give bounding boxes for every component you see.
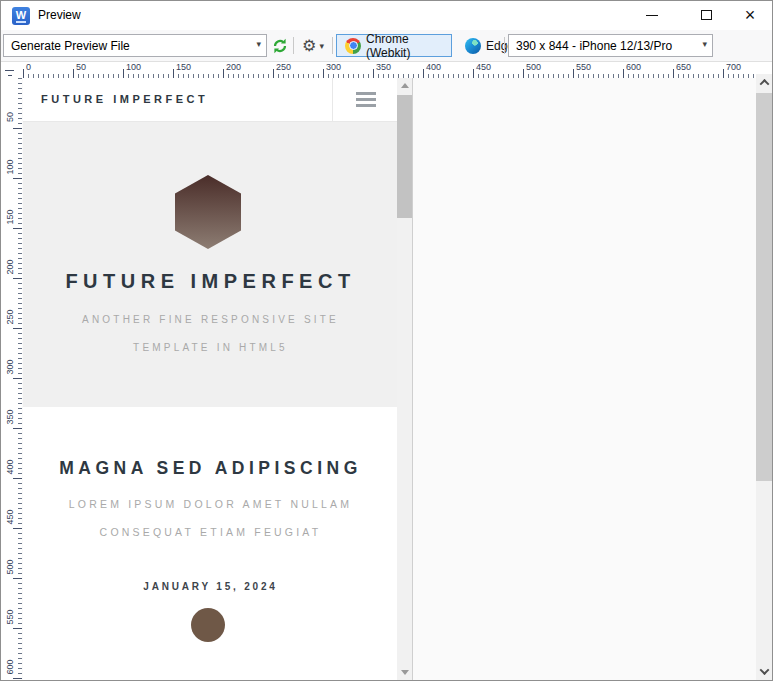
page-scrollbar-thumb[interactable] — [397, 95, 412, 218]
post-section: MAGNA SED ADIPISCING LOREM IPSUM DOLOR A… — [23, 407, 398, 680]
hamburger-icon — [356, 92, 376, 95]
ruler-corner — [1, 62, 22, 78]
chrome-webkit-button[interactable]: Chrome (Webkit) — [336, 34, 452, 57]
site-tagline-line2: TEMPLATE IN HTML5 — [23, 342, 398, 353]
menu-button[interactable] — [332, 78, 398, 121]
device-size-value: 390 x 844 - iPhone 12/13/Pro — [516, 39, 672, 53]
post-subtitle-line2: CONSEQUAT ETIAM FEUGIAT — [23, 526, 398, 538]
minimize-button[interactable] — [633, 3, 671, 27]
chevron-down-icon: ▾ — [319, 41, 324, 51]
scroll-up-arrow[interactable] — [397, 78, 412, 93]
window-scrollbar-thumb[interactable] — [756, 93, 772, 481]
device-viewport: FUTURE IMPERFECT FUTURE IMPERFECT ANOTHE… — [23, 78, 413, 680]
toolbar: Generate Preview File ▾ ⚙ ▾ Chrome (Webk… — [1, 30, 772, 62]
chevron-down-icon: ▾ — [702, 39, 707, 49]
refresh-icon — [271, 37, 289, 55]
site-tagline-line1: ANOTHER FINE RESPONSIVE SITE — [23, 314, 398, 325]
generate-preview-combo[interactable]: Generate Preview File ▾ — [3, 34, 267, 57]
horizontal-ruler: 0501001502002503003504004505005506006507… — [1, 62, 772, 78]
triangle-up-icon — [401, 79, 409, 88]
edge-logo-icon — [465, 38, 481, 54]
maximize-icon — [701, 10, 712, 20]
hexagon-logo — [175, 175, 241, 249]
toolbar-separator — [332, 37, 333, 54]
site-brand: FUTURE IMPERFECT — [41, 93, 208, 105]
post-date: JANUARY 15, 2024 — [23, 581, 398, 592]
device-size-combo[interactable]: 390 x 844 - iPhone 12/13/Pro ▾ — [508, 34, 713, 57]
settings-button[interactable]: ⚙ ▾ — [296, 34, 330, 57]
intro-section: FUTURE IMPERFECT ANOTHER FINE RESPONSIVE… — [23, 122, 398, 407]
maximize-button[interactable] — [687, 3, 725, 27]
avatar — [191, 608, 225, 642]
site-header: FUTURE IMPERFECT — [23, 78, 398, 122]
preview-window: W Preview × Generate Preview File ▾ ⚙ ▾ — [0, 0, 773, 681]
window-title: Preview — [38, 8, 81, 22]
app-icon: W — [12, 7, 30, 25]
post-subtitle-line1: LOREM IPSUM DOLOR AMET NULLAM — [23, 498, 398, 510]
generate-preview-label: Generate Preview File — [11, 39, 130, 53]
refresh-button[interactable] — [268, 34, 292, 57]
site-title: FUTURE IMPERFECT — [23, 270, 398, 293]
scroll-down-arrow[interactable] — [397, 665, 412, 680]
chevron-down-icon — [759, 665, 769, 675]
close-button[interactable]: × — [731, 3, 769, 27]
post-title: MAGNA SED ADIPISCING — [23, 458, 398, 479]
toolbar-separator — [504, 37, 505, 54]
triangle-down-icon — [401, 670, 409, 679]
chevron-down-icon: ▾ — [256, 39, 261, 49]
page-scrollbar[interactable] — [397, 78, 412, 680]
minimize-icon — [646, 15, 658, 16]
chrome-logo-icon — [345, 38, 361, 54]
vertical-ruler: 50100150200250300350400450500550600 — [1, 78, 22, 680]
gear-icon: ⚙ — [302, 38, 316, 54]
window-scrollbar[interactable] — [756, 74, 772, 680]
close-icon: × — [745, 6, 756, 24]
titlebar: W Preview × — [1, 1, 772, 30]
chevron-up-icon — [759, 79, 769, 89]
window-scroll-down-button[interactable] — [756, 663, 772, 680]
toolbar-separator — [293, 37, 294, 54]
preview-canvas: FUTURE IMPERFECT FUTURE IMPERFECT ANOTHE… — [22, 78, 756, 680]
chrome-button-label: Chrome (Webkit) — [366, 32, 443, 60]
window-scroll-up-button[interactable] — [756, 74, 772, 91]
